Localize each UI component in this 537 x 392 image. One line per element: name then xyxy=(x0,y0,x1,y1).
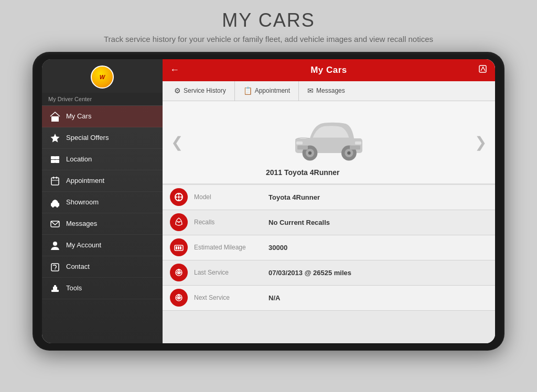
details-table: Model Toyota 4Runner Recalls No Current … xyxy=(163,185,495,343)
svg-point-42 xyxy=(178,271,180,274)
svg-rect-39 xyxy=(178,246,179,249)
main-header-title: My Cars xyxy=(310,65,347,75)
svg-rect-28 xyxy=(355,141,362,145)
svg-rect-4 xyxy=(55,160,59,163)
prev-car-button[interactable]: ❮ xyxy=(171,134,183,151)
detail-row-model: Model Toyota 4Runner xyxy=(163,185,495,210)
sidebar-label-tools: Tools xyxy=(66,284,82,292)
recalls-value: No Current Recalls xyxy=(268,219,330,226)
svg-rect-29 xyxy=(297,146,308,150)
driver-center-label: My Driver Center xyxy=(42,93,163,106)
svg-rect-1 xyxy=(51,156,55,159)
next-service-value: N/A xyxy=(268,294,280,302)
sidebar-item-special-offers[interactable]: Special Offers xyxy=(42,127,163,149)
messages-icon: ✉ xyxy=(307,86,314,95)
tabs-bar: ⚙ Service History 📋 Appointment ✉ Messag… xyxy=(163,81,495,101)
sidebar-item-showroom[interactable]: Showroom xyxy=(42,192,163,213)
detail-row-recalls: Recalls No Current Recalls xyxy=(163,210,495,235)
contact-icon xyxy=(49,261,61,273)
main-header: ← My Cars xyxy=(163,59,495,81)
model-icon xyxy=(170,188,188,206)
svg-rect-38 xyxy=(176,246,177,249)
location-icon xyxy=(49,154,61,165)
sidebar-label-contact: Contact xyxy=(66,263,90,270)
detail-row-last-service: Last Service 07/03/2013 @ 26525 miles xyxy=(163,260,495,286)
sidebar-label-my-cars: My Cars xyxy=(66,112,91,120)
car-display: 2011 Toyota 4Runner xyxy=(287,107,371,177)
edit-button[interactable] xyxy=(478,64,488,76)
svg-rect-5 xyxy=(51,178,59,185)
page-title: MY CARS xyxy=(0,9,537,31)
sidebar-item-my-account[interactable]: My Account xyxy=(42,235,163,256)
detail-row-mileage: Estimated Mileage 30000 xyxy=(163,235,495,260)
svg-rect-16 xyxy=(51,290,59,292)
last-service-value: 07/03/2013 @ 26525 miles xyxy=(268,269,351,277)
car-name: 2011 Toyota 4Runner xyxy=(266,168,340,177)
next-service-label: Next Service xyxy=(194,294,262,301)
sidebar: W My Driver Center My Cars Special Offer… xyxy=(42,59,163,343)
svg-point-10 xyxy=(52,205,54,208)
sidebar-label-appointment: Appointment xyxy=(66,177,104,184)
messages-icon xyxy=(49,218,61,230)
my-cars-icon xyxy=(49,111,61,122)
model-value: Toyota 4Runner xyxy=(268,193,320,201)
tools-icon xyxy=(49,282,61,294)
recalls-icon xyxy=(170,213,188,231)
svg-point-13 xyxy=(53,242,57,246)
sidebar-label-my-account: My Account xyxy=(66,241,101,249)
sidebar-item-my-cars[interactable]: My Cars xyxy=(42,106,163,127)
detail-row-next-service: Next Service N/A xyxy=(163,286,495,311)
sidebar-item-appointment[interactable]: Appointment xyxy=(42,170,163,192)
last-service-label: Last Service xyxy=(194,269,262,276)
car-image xyxy=(287,107,371,165)
appointment-icon xyxy=(49,175,61,187)
page-subtitle: Track service history for your vehicle o… xyxy=(0,34,537,46)
svg-point-32 xyxy=(178,196,180,198)
sidebar-logo: W xyxy=(42,59,163,93)
main-content: ← My Cars ⚙ Service History 📋 Appoin xyxy=(163,59,495,343)
special-offers-icon xyxy=(49,132,61,144)
svg-rect-2 xyxy=(55,156,59,159)
showroom-icon xyxy=(49,197,61,208)
svg-rect-0 xyxy=(51,116,59,122)
mileage-icon xyxy=(170,238,188,256)
svg-rect-40 xyxy=(180,246,181,249)
service-history-icon: ⚙ xyxy=(174,86,181,95)
sidebar-label-messages: Messages xyxy=(66,220,97,227)
mileage-label: Estimated Mileage xyxy=(194,244,262,251)
model-label: Model xyxy=(194,193,262,201)
sidebar-label-location: Location xyxy=(66,155,92,163)
svg-rect-18 xyxy=(54,285,56,287)
sidebar-item-contact[interactable]: Contact xyxy=(42,256,163,278)
sidebar-item-messages[interactable]: Messages xyxy=(42,213,163,235)
svg-point-23 xyxy=(308,151,312,155)
svg-point-26 xyxy=(347,151,350,155)
svg-rect-19 xyxy=(479,66,486,72)
svg-point-11 xyxy=(56,205,58,208)
tab-appointment[interactable]: 📋 Appointment xyxy=(235,81,299,101)
page-header: MY CARS Track service history for your v… xyxy=(0,0,537,52)
back-button[interactable]: ← xyxy=(170,64,179,75)
mileage-value: 30000 xyxy=(268,244,287,252)
svg-rect-30 xyxy=(350,146,360,150)
svg-rect-14 xyxy=(51,264,59,271)
tab-messages[interactable]: ✉ Messages xyxy=(299,81,353,101)
next-service-icon xyxy=(170,289,188,307)
recalls-label: Recalls xyxy=(194,219,262,226)
svg-rect-3 xyxy=(51,160,55,163)
next-car-button[interactable]: ❯ xyxy=(475,134,487,151)
tab-service-history[interactable]: ⚙ Service History xyxy=(166,81,235,101)
svg-rect-27 xyxy=(296,141,303,145)
sidebar-item-tools[interactable]: Tools xyxy=(42,278,163,299)
logo-icon: W xyxy=(91,66,114,89)
device-frame: W My Driver Center My Cars Special Offer… xyxy=(33,52,504,351)
my-account-icon xyxy=(49,239,61,251)
sidebar-item-location[interactable]: Location xyxy=(42,149,163,170)
appointment-icon: 📋 xyxy=(243,86,252,95)
sidebar-label-showroom: Showroom xyxy=(66,198,99,206)
car-showcase: ❮ xyxy=(163,101,495,185)
sidebar-label-special-offers: Special Offers xyxy=(66,134,109,141)
last-service-icon xyxy=(170,264,188,281)
device-screen: W My Driver Center My Cars Special Offer… xyxy=(42,59,495,343)
svg-point-44 xyxy=(178,297,180,299)
